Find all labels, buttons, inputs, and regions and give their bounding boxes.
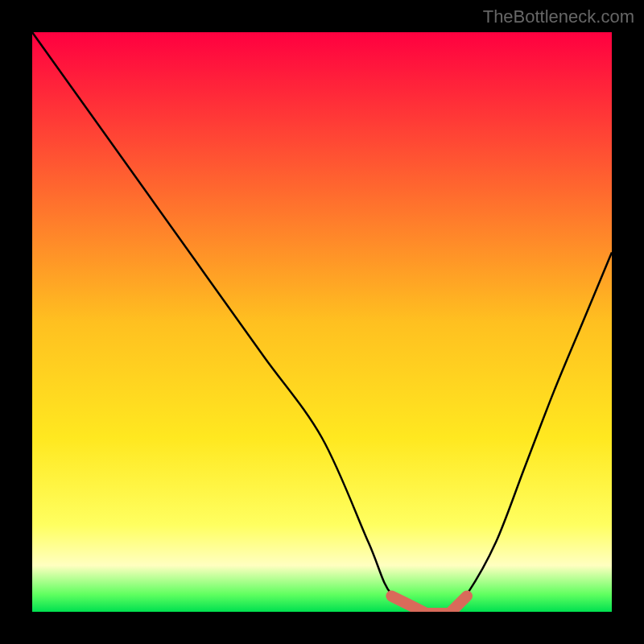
watermark-text: TheBottleneck.com xyxy=(483,6,634,27)
chart-container xyxy=(32,32,612,612)
gradient-background xyxy=(32,32,612,612)
bottleneck-chart xyxy=(32,32,612,612)
